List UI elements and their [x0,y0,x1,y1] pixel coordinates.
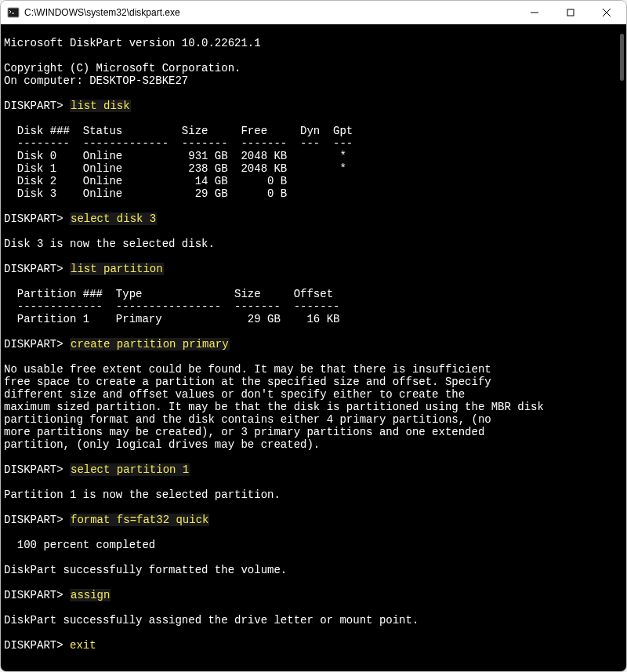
window-title: C:\WINDOWS\system32\diskpart.exe [24,7,516,18]
prompt: DISKPART> [4,100,70,112]
cmd-select-partition: select partition 1 [70,463,190,476]
err-line-2: different size and offset values or don'… [4,388,465,401]
select-partition-msg: Partition 1 is now the selected partitio… [4,489,281,501]
prompt: DISKPART> [4,514,70,526]
disk-table-divider: -------- ------------- ------- ------- -… [4,137,353,150]
terminal-content[interactable]: Microsoft DiskPart version 10.0.22621.1 … [2,26,625,670]
err-line-0: No usable free extent could be found. It… [4,363,491,376]
disk-row-3: Disk 3 Online 29 GB 0 B [4,187,287,200]
cmd-format: format fs=fat32 quick [70,514,209,526]
computer-line: On computer: DESKTOP-S2BKE27 [4,74,188,87]
select-disk-msg: Disk 3 is now the selected disk. [4,238,215,250]
cmd-create-partition: create partition primary [70,338,230,351]
format-progress: 100 percent completed [4,539,155,551]
svg-rect-3 [567,9,574,16]
err-line-4: partitioning format and the disk contain… [4,413,491,426]
copyright-line: Copyright (C) Microsoft Corporation. [4,62,241,74]
cmd-select-disk: select disk 3 [70,212,157,225]
scrollbar-thumb[interactable] [620,34,624,81]
cmd-exit: exit [70,639,96,652]
close-button[interactable] [589,1,625,24]
disk-table-header: Disk ### Status Size Free Dyn Gpt [4,125,353,137]
cmd-list-partition: list partition [70,263,164,275]
version-line: Microsoft DiskPart version 10.0.22621.1 [4,37,261,49]
prompt: DISKPART> [4,212,70,225]
err-line-5: more partitions may be created), or 3 pr… [4,426,484,438]
partition-table-divider: ------------- ---------------- ------- -… [4,300,339,313]
disk-row-1: Disk 1 Online 238 GB 2048 KB * [4,162,346,175]
assign-success: DiskPart successfully assigned the drive… [4,614,419,627]
titlebar[interactable]: C:\WINDOWS\system32\diskpart.exe [1,1,626,24]
console-window: C:\WINDOWS\system32\diskpart.exe Microso… [0,0,627,672]
err-line-3: maximum sized partition. It may be that … [4,401,544,413]
prompt: DISKPART> [4,338,70,351]
prompt: DISKPART> [4,589,70,601]
cmd-list-disk: list disk [70,100,131,112]
terminal-area[interactable]: Microsoft DiskPart version 10.0.22621.1 … [1,24,626,671]
err-line-6: partition, (only logical drives may be c… [4,438,320,451]
app-icon [7,6,20,19]
format-success: DiskPart successfully formatted the volu… [4,564,287,576]
partition-table-header: Partition ### Type Size Offset [4,288,333,300]
prompt: DISKPART> [4,263,70,275]
window-controls [516,1,625,24]
disk-row-2: Disk 2 Online 14 GB 0 B [4,175,287,187]
minimize-button[interactable] [516,1,553,24]
err-line-1: free space to create a partition at the … [4,376,491,388]
disk-row-0: Disk 0 Online 931 GB 2048 KB * [4,150,346,162]
partition-row-0: Partition 1 Primary 29 GB 16 KB [4,313,339,325]
svg-rect-0 [8,8,19,17]
cmd-assign: assign [70,589,111,601]
prompt: DISKPART> [4,639,70,652]
prompt: DISKPART> [4,463,70,476]
maximize-button[interactable] [553,1,589,24]
